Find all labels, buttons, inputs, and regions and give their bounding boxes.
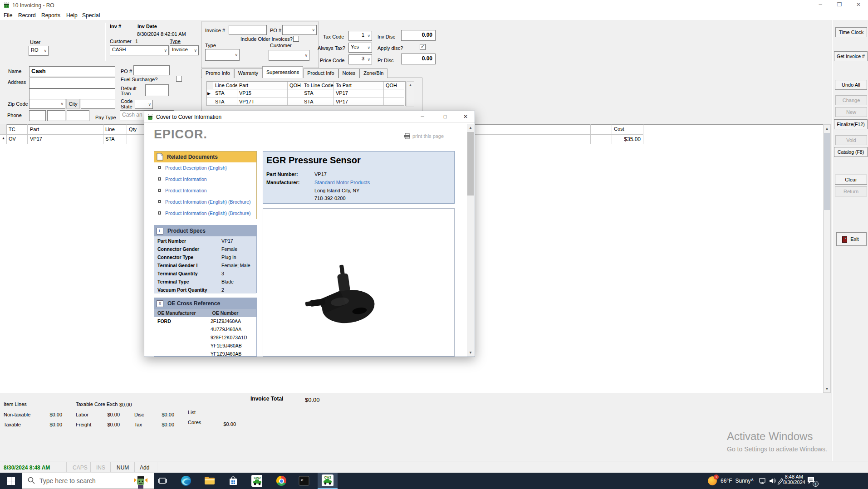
menu-reports[interactable]: Reports: [41, 12, 60, 19]
tab-promo-info[interactable]: Promo Info: [201, 68, 234, 78]
customer-select[interactable]: CASH∨: [110, 45, 169, 55]
task-view-button[interactable]: [157, 475, 168, 486]
default-tran-input[interactable]: [145, 84, 169, 96]
chrome-icon[interactable]: [276, 475, 287, 486]
cw2-app-active[interactable]: CW2: [318, 473, 338, 489]
grid-cell-line[interactable]: STA: [105, 136, 115, 142]
search-customer-select[interactable]: ∨: [269, 50, 309, 61]
cell-part[interactable]: VP15: [237, 89, 288, 98]
time-clock-button[interactable]: Time Clock: [835, 27, 867, 37]
tax-code-select[interactable]: 1∨: [348, 31, 372, 41]
taskbar-clock[interactable]: 8:48 AM 8/30/2024: [783, 474, 803, 485]
grid-cell-cost[interactable]: $35.00: [612, 136, 641, 142]
change-button[interactable]: Change: [835, 95, 867, 105]
undo-all-button[interactable]: Undo All: [835, 80, 867, 90]
taskbar-search[interactable]: Type here to search: [22, 473, 154, 489]
dialog-scrollbar[interactable]: ▲ ▼: [467, 124, 474, 357]
address-input-1[interactable]: [29, 78, 115, 88]
menu-special[interactable]: Special: [82, 12, 100, 19]
cell-qoh[interactable]: [288, 98, 302, 106]
invoice-search-input[interactable]: [229, 25, 267, 35]
grid-cell-part[interactable]: VP17: [30, 136, 42, 142]
menu-file[interactable]: File: [4, 12, 12, 19]
grid-cell-tc[interactable]: OV: [9, 136, 16, 142]
dialog-minimize-button[interactable]: –: [412, 111, 433, 123]
scroll-thumb[interactable]: [824, 133, 830, 210]
manufacturer-link[interactable]: Standard Motor Products: [314, 180, 370, 185]
file-explorer-icon[interactable]: [204, 475, 215, 486]
name-input[interactable]: Cash: [29, 66, 115, 77]
related-doc-link[interactable]: Product Information (English) (Brochure): [165, 199, 251, 205]
scroll-down-icon[interactable]: ▼: [824, 387, 830, 391]
cell-qoh[interactable]: [288, 89, 302, 98]
dialog-maximize-button[interactable]: □: [435, 111, 456, 123]
state-select[interactable]: ∨: [135, 100, 153, 109]
store-icon[interactable]: [228, 475, 239, 486]
tab-product-info[interactable]: Product Info: [303, 68, 338, 78]
related-doc-link[interactable]: Product Information: [165, 176, 207, 182]
print-this-page[interactable]: print this page: [404, 133, 444, 140]
cw2-app-icon[interactable]: CW2: [251, 475, 262, 486]
related-doc-link[interactable]: Product Information (English) (Brochure): [165, 210, 251, 216]
grid-vscrollbar[interactable]: ▲ ▼: [823, 124, 831, 393]
tab-zone-bin[interactable]: Zone/Bin: [359, 68, 387, 78]
edge-icon[interactable]: [181, 475, 191, 486]
tab-notes[interactable]: Notes: [338, 68, 360, 78]
dialog-close-button[interactable]: ✕: [456, 111, 476, 123]
scroll-down-icon[interactable]: ▼: [467, 351, 474, 355]
tab-warranty[interactable]: Warranty: [234, 68, 262, 78]
cell-line-code[interactable]: STA: [213, 98, 237, 106]
cell-to-qoh[interactable]: [384, 98, 404, 106]
return-button[interactable]: Return: [835, 186, 867, 196]
include-older-checkbox[interactable]: [293, 36, 299, 42]
address-input-2[interactable]: [29, 88, 115, 99]
menu-help[interactable]: Help: [66, 12, 78, 19]
price-code-select[interactable]: 3∨: [348, 54, 372, 64]
maximize-button[interactable]: ❐: [830, 1, 848, 8]
network-icon[interactable]: [757, 475, 768, 486]
tab-supersessions[interactable]: Supersessions: [262, 66, 303, 78]
cell-to-part[interactable]: VP17: [334, 98, 384, 106]
notification-icon[interactable]: 1: [807, 476, 816, 485]
cell-to-part[interactable]: VP17: [334, 89, 384, 98]
cell-to-line-code[interactable]: STA: [302, 89, 334, 98]
po-search-select[interactable]: ∨: [282, 25, 317, 35]
clear-button[interactable]: Clear: [835, 175, 867, 185]
related-doc-link[interactable]: Product Information: [165, 188, 207, 193]
void-button[interactable]: Void: [835, 135, 867, 145]
type-select[interactable]: Invoice∨: [170, 45, 199, 55]
po-number-input[interactable]: [133, 65, 170, 75]
close-button[interactable]: ✕: [849, 1, 868, 8]
user-select[interactable]: RO∨: [29, 46, 49, 56]
menu-record[interactable]: Record: [18, 12, 36, 19]
cmd-icon[interactable]: >_: [299, 475, 309, 486]
cell-line-code[interactable]: STA: [213, 89, 237, 98]
zip-select[interactable]: ∨: [29, 99, 65, 109]
tray-chevron-icon[interactable]: ∧: [750, 477, 754, 483]
fuel-surcharge-checkbox[interactable]: [176, 76, 182, 82]
finalize-button[interactable]: Finalize(F12): [834, 119, 868, 129]
scroll-up-icon[interactable]: ▲: [407, 82, 414, 87]
phone-input-1[interactable]: [29, 110, 46, 121]
minimize-button[interactable]: –: [811, 1, 829, 8]
cell-part[interactable]: VP17T: [237, 98, 288, 106]
catalog-button[interactable]: Catalog (F8): [834, 147, 868, 157]
get-invoice-button[interactable]: Get Invoice #: [834, 51, 868, 61]
city-input[interactable]: [81, 99, 115, 109]
scroll-up-icon[interactable]: ▲: [824, 125, 830, 131]
scroll-up-icon[interactable]: ▲: [467, 124, 474, 130]
start-button[interactable]: [5, 475, 16, 486]
scroll-thumb[interactable]: [467, 132, 474, 196]
always-tax-select[interactable]: Yes∨: [348, 43, 372, 53]
apply-disc-checkbox[interactable]: [420, 44, 426, 50]
phone-input-3[interactable]: [67, 110, 89, 121]
new-button[interactable]: New: [835, 107, 867, 117]
search-type-select[interactable]: ∨: [205, 49, 240, 61]
cell-to-line-code[interactable]: STA: [302, 98, 334, 106]
dialog-title-bar[interactable]: Cover to Cover Information – □ ✕: [144, 111, 475, 123]
phone-input-2[interactable]: [47, 110, 65, 121]
exit-button[interactable]: Exit: [836, 232, 867, 246]
related-doc-link[interactable]: Product Description (English}: [165, 165, 227, 171]
supersessions-scrollbar[interactable]: ▲: [407, 81, 414, 107]
cell-to-qoh[interactable]: [384, 89, 404, 98]
